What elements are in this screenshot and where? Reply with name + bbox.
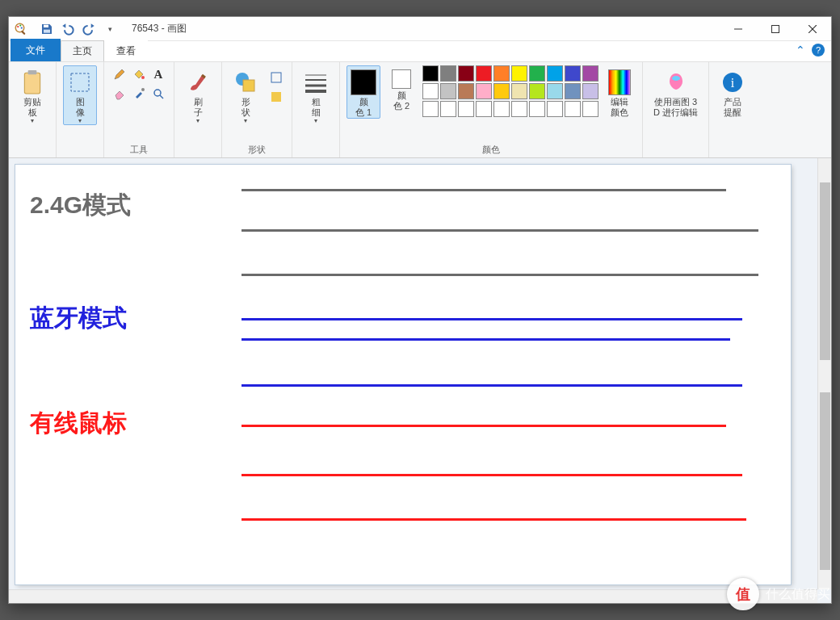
color-swatch[interactable] [476, 65, 492, 82]
color-swatch[interactable] [458, 101, 474, 117]
svg-rect-13 [71, 73, 89, 91]
color-swatch[interactable] [440, 101, 456, 117]
canvas-line [242, 384, 742, 387]
color-swatch[interactable] [494, 65, 510, 82]
edit-colors-button[interactable]: 编辑 颜色 [603, 65, 636, 119]
magnifier-icon[interactable] [149, 85, 167, 103]
svg-rect-20 [271, 73, 281, 82]
color-swatch[interactable] [547, 83, 563, 99]
canvas-line [242, 274, 758, 276]
color-swatch[interactable] [494, 83, 510, 99]
redo-icon[interactable] [80, 20, 98, 38]
canvas-line [242, 518, 746, 521]
color-swatch[interactable] [547, 101, 563, 117]
vertical-scrollbar[interactable] [817, 158, 831, 589]
canvas-label-2: 蓝牙模式 [30, 302, 127, 335]
color-swatch[interactable] [582, 65, 598, 82]
color-swatch[interactable] [440, 65, 456, 82]
canvas-line [242, 318, 742, 320]
color1-button[interactable]: 颜 色 1 [346, 65, 380, 119]
svg-point-15 [141, 88, 145, 91]
brush-button[interactable]: 刷 子 ▾ [181, 65, 215, 125]
group-clipboard: 剪贴 板 ▾ [9, 62, 57, 157]
color-swatch[interactable] [422, 65, 439, 82]
shapes-group-label: 形状 [248, 144, 266, 156]
color-swatch[interactable] [458, 65, 474, 82]
collapse-ribbon-icon[interactable]: ⌃ [796, 44, 805, 57]
svg-rect-8 [772, 25, 779, 32]
color-swatch[interactable] [458, 83, 474, 99]
color-swatch[interactable] [476, 101, 492, 117]
minimize-button[interactable] [720, 17, 757, 41]
qat-customize-icon[interactable]: ▾ [101, 20, 119, 38]
colors-group-label: 颜色 [482, 144, 500, 156]
canvas-line [242, 229, 758, 232]
titlebar-left: ▾ 76543 - 画图 [14, 20, 187, 38]
paint-window: ▾ 76543 - 画图 文件 主页 查看 ⌃ ? 剪贴 板 ▾ [8, 16, 832, 604]
tab-home[interactable]: 主页 [61, 40, 104, 61]
canvas-line [242, 338, 730, 341]
tab-file[interactable]: 文件 [10, 39, 61, 61]
horizontal-scrollbar[interactable] [9, 589, 817, 603]
paste-button[interactable]: 剪贴 板 ▾ [15, 65, 49, 125]
fill-icon[interactable] [130, 65, 148, 83]
size-icon [303, 69, 329, 95]
close-button[interactable] [794, 17, 831, 41]
eraser-icon[interactable] [111, 85, 128, 103]
color-swatch[interactable] [565, 101, 581, 117]
group-tools: A 工具 [104, 62, 174, 157]
color-swatch[interactable] [422, 83, 439, 99]
color1-swatch [351, 69, 376, 95]
color-swatch[interactable] [511, 65, 527, 82]
color-swatch[interactable] [422, 101, 439, 117]
group-alert: i 产品 提醒 [709, 62, 756, 157]
tab-view[interactable]: 查看 [104, 40, 148, 61]
paint-app-icon [14, 22, 28, 36]
scroll-thumb[interactable] [820, 392, 830, 570]
selection-icon [67, 69, 93, 95]
color-picker-icon[interactable] [130, 85, 148, 103]
maximize-button[interactable] [757, 17, 794, 41]
color-swatch[interactable] [565, 83, 581, 99]
svg-point-1 [17, 25, 19, 27]
save-icon[interactable] [38, 20, 56, 38]
color2-swatch [392, 69, 411, 89]
pencil-icon[interactable] [111, 65, 128, 83]
chevron-down-icon: ▾ [196, 118, 200, 124]
undo-icon[interactable] [59, 20, 77, 38]
shapes-button[interactable]: 形 状 ▾ [229, 65, 262, 125]
svg-rect-21 [271, 92, 281, 102]
color-swatch[interactable] [547, 65, 563, 82]
titlebar: ▾ 76543 - 画图 [9, 17, 831, 41]
color-swatch[interactable] [529, 65, 545, 82]
color-swatch[interactable] [476, 83, 492, 99]
group-image: 图 像 ▾ [57, 62, 104, 157]
fill-shape-icon[interactable] [267, 88, 285, 106]
color-swatch[interactable] [440, 83, 456, 99]
product-alert-button[interactable]: i 产品 提醒 [716, 65, 750, 119]
chevron-down-icon: ▾ [244, 118, 247, 124]
svg-rect-19 [243, 80, 254, 91]
select-button[interactable]: 图 像 ▾ [63, 65, 97, 125]
scroll-thumb[interactable] [820, 182, 830, 360]
quick-access-toolbar: ▾ [38, 20, 119, 38]
color-swatch[interactable] [529, 101, 545, 117]
help-icon[interactable]: ? [812, 44, 825, 57]
color-swatch[interactable] [511, 83, 527, 99]
watermark: 值 什么值得买 [727, 578, 830, 610]
color-swatch[interactable] [511, 101, 527, 117]
chevron-down-icon: ▾ [314, 118, 317, 124]
svg-point-2 [19, 24, 21, 26]
color-swatch[interactable] [582, 83, 598, 99]
color2-button[interactable]: 颜 色 2 [385, 65, 418, 112]
color-swatch[interactable] [529, 83, 545, 99]
outline-icon[interactable] [267, 69, 285, 86]
shapes-icon [233, 69, 258, 95]
paint3d-button[interactable]: 使用画图 3 D 进行编辑 [649, 65, 702, 119]
size-button[interactable]: 粗 细 ▾ [299, 65, 333, 125]
color-swatch[interactable] [565, 65, 581, 82]
color-swatch[interactable] [494, 101, 510, 117]
drawing-canvas[interactable]: 2.4G模式 蓝牙模式 有线鼠标 [15, 165, 791, 584]
text-icon[interactable]: A [149, 65, 167, 83]
color-swatch[interactable] [582, 101, 598, 117]
